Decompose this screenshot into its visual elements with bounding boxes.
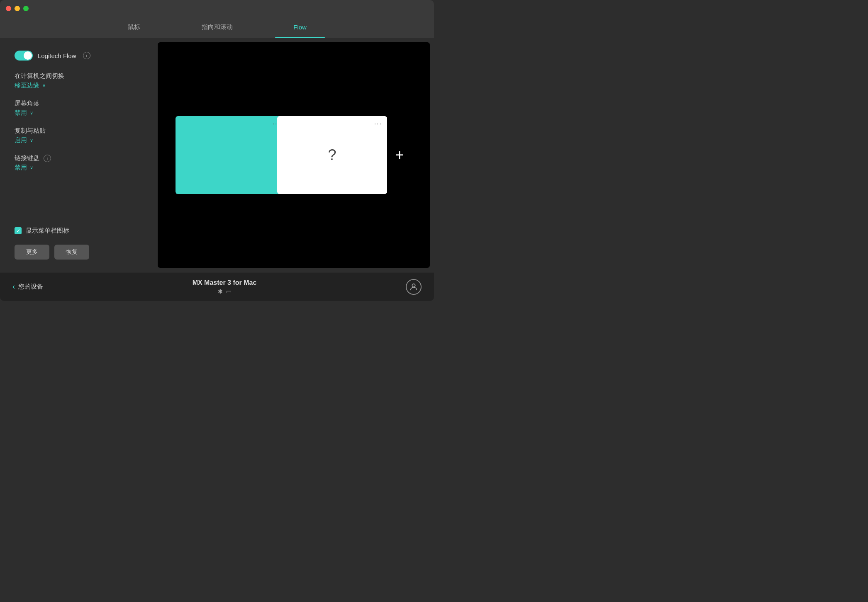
- more-button[interactable]: 更多: [15, 245, 49, 260]
- device-info: MX Master 3 for Mac ✱ ▭: [193, 279, 257, 295]
- main-content: Logitech Flow i 在计算机之间切换 移至边缘 ∨ 屏幕角落 禁用 …: [0, 38, 434, 272]
- close-button[interactable]: [6, 6, 11, 11]
- profile-button[interactable]: [406, 279, 422, 295]
- switch-between-value[interactable]: 移至边缘 ∨: [15, 82, 143, 90]
- flow-info-icon[interactable]: i: [83, 52, 90, 59]
- copy-paste-value[interactable]: 启用 ∨: [15, 136, 143, 144]
- battery-icon: ▭: [226, 288, 232, 295]
- linked-keyboard-label-row: 链接键盘 i: [15, 154, 143, 162]
- back-button[interactable]: ‹ 您的设备: [12, 282, 43, 291]
- title-bar: [0, 0, 434, 17]
- traffic-lights: [6, 6, 29, 11]
- menubar-row: ✓ 显示菜单栏图标: [15, 227, 143, 235]
- keyboard-info-icon[interactable]: i: [44, 155, 51, 162]
- unknown-computer-icon: ?: [328, 146, 336, 164]
- active-computer-card[interactable]: ···: [176, 116, 285, 194]
- menubar-label: 显示菜单栏图标: [26, 227, 69, 235]
- tab-pointing[interactable]: 指向和滚动: [176, 17, 258, 38]
- switch-chevron-icon: ∨: [42, 83, 46, 88]
- screen-corner-group: 屏幕角落 禁用 ∨: [15, 100, 143, 117]
- add-icon: +: [395, 148, 404, 163]
- copy-paste-label: 复制与粘贴: [15, 127, 143, 135]
- logitech-flow-toggle[interactable]: [15, 51, 33, 61]
- linked-keyboard-value[interactable]: 禁用 ∨: [15, 164, 143, 172]
- back-label: 您的设备: [18, 283, 43, 291]
- minimize-button[interactable]: [15, 6, 20, 11]
- tab-bar: 鼠标 指向和滚动 Flow: [0, 17, 434, 38]
- checkbox-check-icon: ✓: [16, 228, 20, 233]
- profile-svg: [409, 282, 418, 291]
- flow-toggle-row: Logitech Flow i: [15, 51, 143, 61]
- bottom-buttons: 更多 恢复: [15, 245, 143, 260]
- back-arrow-icon: ‹: [12, 282, 15, 291]
- bluetooth-icon: ✱: [218, 288, 223, 295]
- computers-row: ··· ··· ? +: [176, 116, 412, 194]
- linked-keyboard-chevron-icon: ∨: [30, 165, 33, 170]
- menubar-checkbox[interactable]: ✓: [15, 227, 22, 234]
- flow-visualization: ··· ··· ? +: [158, 42, 430, 268]
- switch-between-label: 在计算机之间切换: [15, 72, 143, 80]
- svg-point-0: [412, 284, 415, 286]
- linked-keyboard-group: 链接键盘 i 禁用 ∨: [15, 154, 143, 172]
- unknown-card-menu-icon[interactable]: ···: [374, 120, 382, 128]
- device-name: MX Master 3 for Mac: [193, 279, 257, 286]
- device-status-icons: ✱ ▭: [193, 288, 257, 295]
- copy-paste-group: 复制与粘贴 启用 ∨: [15, 127, 143, 144]
- tab-mouse[interactable]: 鼠标: [93, 17, 176, 38]
- screen-corner-value[interactable]: 禁用 ∨: [15, 109, 143, 117]
- screen-corner-chevron-icon: ∨: [30, 110, 33, 116]
- copy-paste-chevron-icon: ∨: [30, 138, 33, 143]
- screen-corner-label: 屏幕角落: [15, 100, 143, 107]
- restore-button[interactable]: 恢复: [54, 245, 89, 260]
- tab-flow[interactable]: Flow: [258, 17, 341, 38]
- switch-between-group: 在计算机之间切换 移至边缘 ∨: [15, 72, 143, 90]
- maximize-button[interactable]: [23, 6, 29, 11]
- unknown-computer-card[interactable]: ··· ?: [277, 116, 387, 194]
- left-panel: Logitech Flow i 在计算机之间切换 移至边缘 ∨ 屏幕角落 禁用 …: [0, 38, 158, 272]
- footer: ‹ 您的设备 MX Master 3 for Mac ✱ ▭: [0, 272, 434, 301]
- flow-toggle-label: Logitech Flow: [38, 52, 76, 59]
- add-computer-button[interactable]: +: [387, 148, 412, 163]
